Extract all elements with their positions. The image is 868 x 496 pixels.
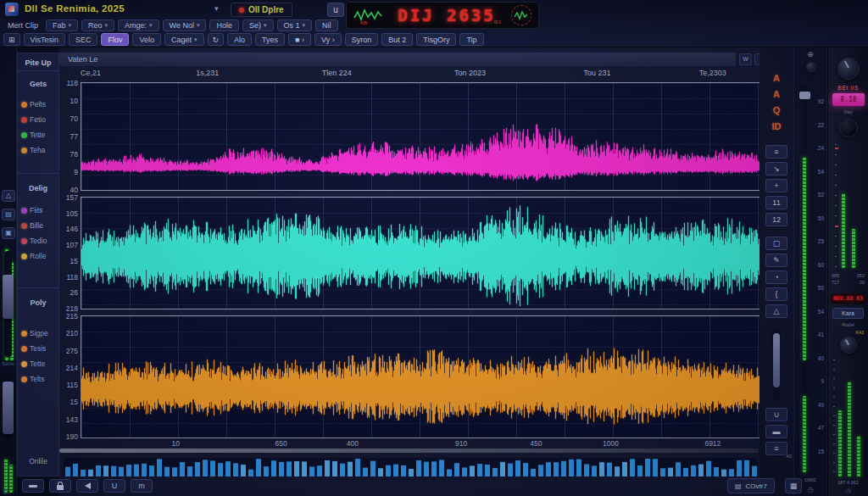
sidebar-item[interactable]: Fetio: [21, 115, 55, 124]
record-dot-icon: [239, 8, 244, 13]
horizontal-scrollbar[interactable]: [59, 449, 759, 453]
tool-button[interactable]: ✎: [765, 254, 787, 267]
fader-handle[interactable]: [3, 275, 14, 319]
record-status-box[interactable]: Oll Dplre: [231, 3, 292, 17]
overview-canvas[interactable]: [64, 458, 757, 476]
fader-handle[interactable]: [799, 92, 810, 99]
sidebar-item[interactable]: Bille: [21, 221, 55, 230]
toolbar-button[interactable]: Vy ›▾: [314, 33, 342, 46]
titlebar-small-button[interactable]: u: [327, 3, 344, 17]
timeline-label: Ton 2023: [454, 69, 486, 77]
tool-button[interactable]: ▢: [765, 237, 787, 250]
waveform-canvas-1[interactable]: [81, 83, 760, 190]
waveform-track-1[interactable]: [81, 82, 760, 191]
mini-button[interactable]: W: [739, 53, 752, 65]
marker-letter[interactable]: A: [773, 73, 780, 83]
left-tool-button-2[interactable]: ▤: [2, 209, 15, 220]
tool-button[interactable]: △: [765, 304, 787, 318]
tool-button[interactable]: +: [765, 179, 787, 192]
overview-waveform[interactable]: [64, 458, 757, 476]
timeline-ruler[interactable]: Ce,211s,231Tlen 224Ton 2023Tou 231Te,230…: [81, 69, 760, 79]
marker-letter[interactable]: ID: [772, 121, 782, 131]
menu-item[interactable]: Hole▾: [209, 20, 239, 31]
toolbar-button[interactable]: Velo▾: [132, 33, 161, 46]
tool-button[interactable]: ∪: [765, 408, 787, 421]
u-tool-button[interactable]: U: [103, 479, 125, 493]
left-tool-button-3[interactable]: ▣: [2, 227, 15, 239]
marker-letter[interactable]: A: [773, 89, 780, 99]
sidebar-item[interactable]: Pelts: [21, 100, 55, 109]
toolbar-button[interactable]: Tyes▾: [255, 33, 285, 46]
vu-meter-bar: [852, 229, 855, 268]
rack-knob-mid[interactable]: [839, 119, 858, 137]
menu-item[interactable]: Se)▾: [242, 20, 274, 31]
vertical-slider[interactable]: [772, 326, 781, 401]
toolbar-button[interactable]: Tip▾: [459, 33, 483, 46]
sidebar-item[interactable]: Tette: [21, 359, 55, 368]
refresh-icon-button[interactable]: ↻: [208, 33, 225, 46]
rack-knob-bottom[interactable]: [840, 337, 857, 354]
tool-button[interactable]: {: [765, 287, 787, 301]
toolbar-button[interactable]: VisTesin▾: [24, 33, 65, 46]
waveform-canvas-2[interactable]: [81, 198, 760, 309]
track-color-icon: [21, 361, 27, 367]
toolbar-button[interactable]: Alo▾: [227, 33, 252, 46]
plus-icon[interactable]: ⊕: [794, 50, 826, 59]
sidebar-item[interactable]: Rolle: [21, 252, 55, 260]
tool-button[interactable]: ▬: [765, 425, 787, 438]
scale-tick-label: 22: [818, 122, 824, 128]
menu-item[interactable]: Nil▾: [315, 20, 338, 31]
waveform-track-3[interactable]: [81, 315, 760, 438]
rack-knob-top[interactable]: [837, 58, 860, 80]
grid-icon-button[interactable]: ⊞: [3, 33, 20, 46]
sidebar-item[interactable]: Tedio: [21, 237, 55, 245]
sidebar-item[interactable]: Fiits: [21, 206, 55, 215]
marker-letters: AAQID: [772, 73, 782, 131]
toolbar-button[interactable]: Flov▾: [101, 33, 129, 46]
sidebar-item[interactable]: Teha: [21, 146, 55, 154]
grid-small-button[interactable]: ▦: [785, 478, 802, 493]
hardware-rack-panel: BEt IIS 8.18 (Ne) 685052 71709 NOV.88 K3…: [827, 47, 868, 496]
refresh-icon[interactable]: ↻: [3, 488, 8, 496]
m-tool-button[interactable]: m: [131, 479, 153, 493]
mute-button[interactable]: [22, 479, 44, 493]
fader-handle[interactable]: [3, 382, 14, 434]
rack-meter-trio: [833, 359, 864, 476]
convert-button[interactable]: ▤ COvfr7: [727, 478, 775, 493]
menu-item[interactable]: Fab▾: [46, 20, 78, 31]
waveform-track-2[interactable]: [81, 197, 760, 309]
clock-icon[interactable]: ◷: [828, 488, 868, 494]
panel-header[interactable]: Vaten Le: [59, 53, 736, 66]
speaker-button[interactable]: [76, 479, 98, 493]
tool-button[interactable]: ≡: [765, 442, 787, 455]
toolbar-button[interactable]: ■ ›▾: [288, 33, 311, 46]
menu-item[interactable]: Os 1▾: [277, 20, 313, 31]
small-knob[interactable]: [806, 62, 816, 72]
menu-item[interactable]: Amge:▾: [118, 20, 159, 31]
left-tool-button-1[interactable]: △: [2, 190, 15, 202]
tool-button[interactable]: 12: [765, 213, 787, 226]
menu-item[interactable]: Reo▾: [81, 20, 114, 31]
app-logo-icon[interactable]: [5, 3, 19, 16]
sidebar-item[interactable]: Tette: [21, 131, 55, 139]
waveform-canvas-3[interactable]: [81, 316, 760, 437]
sidebar-item[interactable]: Tesis: [21, 344, 55, 353]
toolbar-button[interactable]: SEC▾: [69, 33, 98, 46]
tool-button[interactable]: ◔: [765, 270, 787, 284]
chevron-down-icon[interactable]: ▾: [214, 4, 219, 13]
toolbar-button[interactable]: TisgOry▾: [416, 33, 456, 46]
menu-item[interactable]: We Nol▾: [163, 20, 207, 31]
tool-button[interactable]: ≡: [765, 145, 787, 159]
toolbar-button[interactable]: But 2▾: [381, 33, 413, 46]
rack-button[interactable]: Kara: [832, 308, 864, 319]
toolbar-button[interactable]: Syron▾: [345, 33, 379, 46]
sidebar-item[interactable]: Sigpe: [21, 329, 55, 337]
slider-thumb[interactable]: [773, 333, 780, 387]
toolbar-button[interactable]: Caget▾: [164, 33, 204, 46]
lock-button[interactable]: [49, 479, 71, 493]
marker-letter[interactable]: Q: [773, 105, 781, 115]
sidebar-item[interactable]: Telts: [21, 375, 55, 383]
tool-button[interactable]: ↘: [765, 162, 787, 176]
tool-button[interactable]: 11: [765, 196, 787, 209]
menu-item[interactable]: Mert Clip▾: [3, 20, 42, 31]
